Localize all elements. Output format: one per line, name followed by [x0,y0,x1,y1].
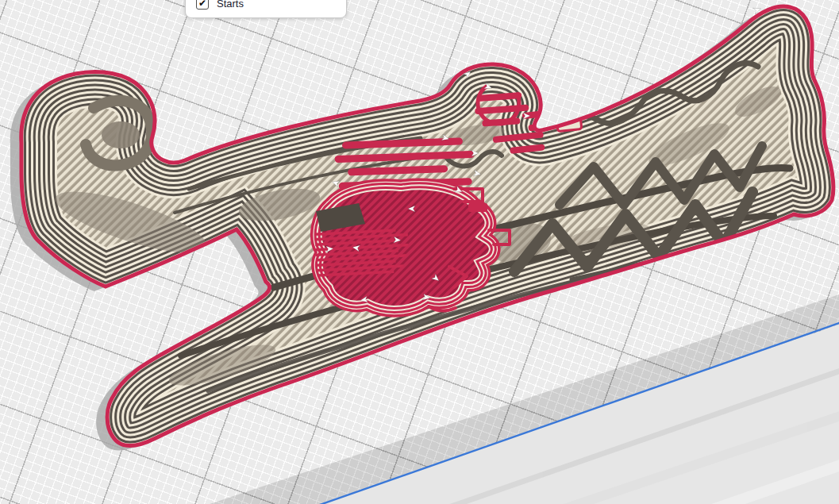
color-scheme-panel: ✔ Starts [185,0,347,18]
3d-viewport[interactable] [0,0,839,504]
slicer-preview-screen: { "overlay_panel": { "items": [ { "label… [0,0,839,504]
starts-checkbox-label: Starts [217,0,244,10]
preview-scene [0,0,839,504]
starts-checkbox[interactable]: ✔ [196,0,209,10]
starts-option-row[interactable]: ✔ Starts [196,0,244,10]
